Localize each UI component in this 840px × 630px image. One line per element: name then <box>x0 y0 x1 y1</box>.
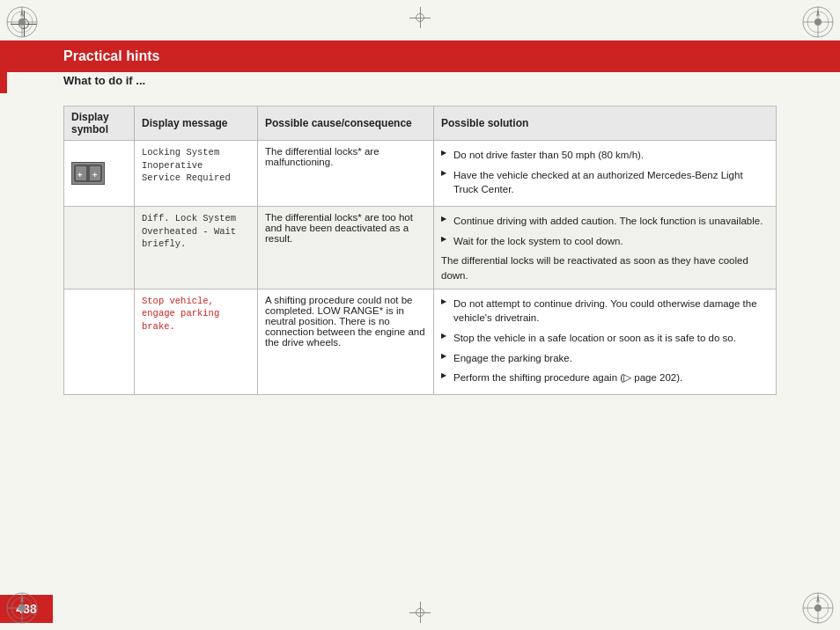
solution-list-3: Do not attempt to continue driving. You … <box>441 295 769 389</box>
solution-item: Continue driving with added caution. The… <box>441 212 769 232</box>
compass-rose-bottom-left <box>5 591 39 625</box>
solution-cell: Continue driving with added caution. The… <box>434 207 777 289</box>
solution-item: Stop the vehicle in a safe location or s… <box>441 329 769 349</box>
solution-cell: Do not attempt to continue driving. You … <box>434 289 777 394</box>
section-subtitle: What to do if ... <box>63 74 145 87</box>
page-title: Practical hints <box>63 48 159 64</box>
red-accent-strip <box>0 72 7 93</box>
cause-cell: A shifting procedure could not be comple… <box>258 289 434 394</box>
col-header-symbol: Display symbol <box>64 106 135 141</box>
solution-list-1: Do not drive faster than 50 mph (80 km/h… <box>441 146 769 201</box>
svg-text:+: + <box>77 170 83 179</box>
solution-item: Wait for the lock system to cool down. <box>441 232 769 253</box>
cause-text-3: A shifting procedure could not be comple… <box>265 295 425 348</box>
cause-text-1: The differential locks* are malfunctioni… <box>265 146 379 167</box>
solution-list-2: Continue driving with added caution. The… <box>441 212 769 252</box>
solution-item: Engage the parking brake. <box>441 349 769 370</box>
display-message-3: Stop vehicle,engage parking brake. <box>142 296 219 332</box>
solution-item: Have the vehicle checked at an authorize… <box>441 166 769 201</box>
crosshair-top-center <box>409 7 431 28</box>
symbol-cell-empty <box>64 207 135 289</box>
table-row: Diff. Lock SystemOverheated - Wait brief… <box>64 207 777 289</box>
display-msg-cell: Locking System InoperativeService Requir… <box>135 141 258 207</box>
solution-item: Do not attempt to continue driving. You … <box>441 295 769 329</box>
display-msg-cell: Stop vehicle,engage parking brake. <box>135 289 258 394</box>
compass-rose-bottom-right <box>801 591 835 625</box>
col-header-solution: Possible solution <box>434 106 777 141</box>
display-message-1: Locking System InoperativeService Requir… <box>142 147 231 183</box>
symbol-cell: + + <box>64 141 135 207</box>
cause-text-2: The differential locks* are too hot and … <box>265 212 413 244</box>
compass-rose-top-left <box>5 5 39 39</box>
col-header-cause: Possible cause/consequence <box>258 106 434 141</box>
solution-item: Perform the shifting procedure again (▷ … <box>441 369 769 389</box>
compass-rose-top-right <box>801 5 835 39</box>
lock-icon: + + <box>71 162 105 185</box>
solution-item: Do not drive faster than 50 mph (80 km/h… <box>441 146 769 166</box>
symbol-cell-empty <box>64 289 135 394</box>
display-msg-cell: Diff. Lock SystemOverheated - Wait brief… <box>135 207 258 289</box>
display-message-2: Diff. Lock SystemOverheated - Wait brief… <box>142 213 236 249</box>
cause-cell: The differential locks* are malfunctioni… <box>258 141 434 207</box>
solution-cell: Do not drive faster than 50 mph (80 km/h… <box>434 141 777 207</box>
crosshair-bottom-center <box>409 602 431 623</box>
display-table: Display symbol Display message Possible … <box>63 106 777 395</box>
main-table-container: Display symbol Display message Possible … <box>63 106 777 395</box>
svg-text:+: + <box>92 170 98 179</box>
table-row: Stop vehicle,engage parking brake. A shi… <box>64 289 777 394</box>
cause-cell: The differential locks* are too hot and … <box>258 207 434 289</box>
solution-note: The differential locks will be reactivat… <box>441 253 769 282</box>
col-header-message: Display message <box>135 106 258 141</box>
header-bar: Practical hints <box>0 40 840 72</box>
table-row: + + Locking System InoperativeService Re… <box>64 141 777 207</box>
